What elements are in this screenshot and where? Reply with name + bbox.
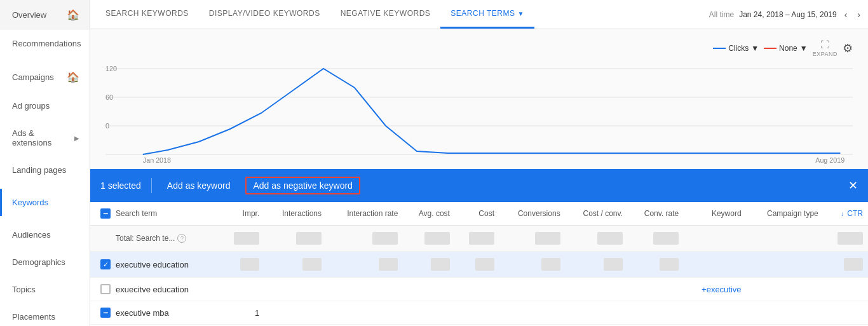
total-help-icon[interactable]: ? — [177, 234, 186, 243]
r1-costconv-block — [604, 258, 623, 271]
total-conv-block — [535, 232, 560, 245]
col-search-term: Search term — [90, 202, 220, 226]
row2-interaction-rate — [327, 278, 403, 301]
clicks-label: Clicks — [728, 44, 749, 53]
col-ctr[interactable]: ↓ CTR — [824, 202, 868, 226]
total-label-text: Total: Search te... — [116, 234, 175, 243]
sidebar-item-ads-extensions[interactable]: Ads & extensions ▶ — [0, 119, 90, 156]
col-campaign-type: Campaign type — [747, 202, 824, 226]
row1-interactions — [264, 252, 327, 278]
row2-avg-cost — [403, 278, 455, 301]
tab-negative-keywords[interactable]: NEGATIVE KEYWORDS — [330, 0, 441, 29]
campaigns-label: Campaigns — [12, 72, 54, 82]
tab-bar-right: All time Jan 24, 2018 – Aug 15, 2019 ‹ › — [709, 7, 863, 22]
tab-display-video[interactable]: DISPLAY/VIDEO KEYWORDS — [199, 0, 330, 29]
row1-conv-rate — [628, 252, 684, 278]
col-conversions: Conversions — [499, 202, 566, 226]
chart-svg-wrap: 120 60 0 Jan 2018 Aug 2019 — [105, 62, 853, 164]
row2-conv-rate — [628, 278, 684, 301]
sidebar-item-placements[interactable]: Placements — [0, 303, 90, 326]
row3-conversions — [499, 301, 566, 325]
selection-count: 1 selected — [100, 180, 141, 191]
row2-keyword: +executive — [684, 278, 746, 301]
col-interactions: Interactions — [264, 202, 327, 226]
r1-conv-block — [541, 258, 560, 271]
row3-impr: 1 — [220, 301, 264, 325]
landing-pages-label: Landing pages — [12, 165, 66, 175]
date-range-value: Jan 24, 2018 – Aug 15, 2019 — [739, 10, 836, 19]
row3-campaign-type — [747, 301, 824, 325]
col-impr: Impr. — [220, 202, 264, 226]
row2-campaign-type — [747, 278, 824, 301]
add-keyword-button[interactable]: Add as keyword — [162, 178, 236, 193]
sidebar-item-overview[interactable]: Overview 🏠 — [0, 0, 90, 30]
total-interactions-block — [296, 232, 322, 245]
none-legend[interactable]: None ▼ — [764, 44, 808, 53]
row3-keyword — [684, 301, 746, 325]
expand-button[interactable]: ⛶ EXPAND — [813, 39, 837, 57]
selection-close-button[interactable]: ✕ — [848, 179, 858, 193]
total-impr-block — [234, 232, 259, 245]
table-body: Total: Search te... ? — [90, 226, 868, 325]
row3-cost-conv — [566, 301, 628, 325]
col-conv-rate: Conv. rate — [628, 202, 684, 226]
svg-text:Jan 2018: Jan 2018 — [143, 156, 171, 164]
row1-interaction-rate — [327, 252, 403, 278]
filter-button[interactable]: ⚙ — [843, 41, 853, 55]
table-row: exuecitve education +executive — [90, 278, 868, 301]
total-conv-rate-block — [653, 232, 679, 245]
header-checkbox[interactable] — [100, 208, 111, 219]
keywords-label: Keywords — [12, 198, 48, 207]
total-cost-conv — [566, 226, 628, 252]
table-row: executive mba 1 — [90, 301, 868, 325]
row2-term: exuecitve education — [116, 285, 189, 294]
tab-search-terms-label: SEARCH TERMS — [451, 9, 515, 18]
row2-interactions — [264, 278, 327, 301]
total-int-rate-block — [372, 232, 398, 245]
total-row: Total: Search te... ? — [90, 226, 868, 252]
clicks-line-blue — [713, 48, 726, 49]
sidebar-item-ad-groups[interactable]: Ad groups — [0, 92, 90, 119]
row3-avg-cost — [403, 301, 455, 325]
row2-cost-conv — [566, 278, 628, 301]
tab-search-keywords[interactable]: SEARCH KEYWORDS — [95, 0, 199, 29]
row1-term: executive education — [116, 260, 189, 269]
data-table: Search term Impr. Interactions Interacti… — [90, 202, 868, 325]
sidebar-item-campaigns[interactable]: Campaigns 🏠 — [0, 62, 90, 92]
tab-display-video-label: DISPLAY/VIDEO KEYWORDS — [209, 9, 320, 18]
ads-extensions-label: Ads & extensions — [12, 128, 69, 147]
demographics-label: Demographics — [12, 257, 65, 267]
row2-term-cell: exuecitve education — [90, 278, 220, 301]
row2-checkbox[interactable] — [100, 284, 111, 294]
clicks-legend[interactable]: Clicks ▼ — [713, 44, 759, 53]
date-prev-arrow[interactable]: ‹ — [842, 7, 850, 22]
date-next-arrow[interactable]: › — [855, 7, 863, 22]
sort-arrow-icon: ↓ — [841, 210, 844, 217]
sidebar-item-recommendations[interactable]: Recommendations — [0, 30, 90, 57]
col-cost-conv: Cost / conv. — [566, 202, 628, 226]
total-interaction-rate — [327, 226, 403, 252]
tab-bar-left: SEARCH KEYWORDS DISPLAY/VIDEO KEYWORDS N… — [95, 0, 534, 29]
row1-ctr — [824, 252, 868, 278]
home-icon: 🏠 — [67, 9, 79, 21]
col-interaction-rate: Interaction rate — [327, 202, 403, 226]
sidebar-item-audiences[interactable]: Audiences — [0, 221, 90, 248]
row1-impr — [220, 252, 264, 278]
tab-negative-keywords-label: NEGATIVE KEYWORDS — [341, 9, 431, 18]
row3-term: executive mba — [116, 308, 169, 318]
tab-search-keywords-label: SEARCH KEYWORDS — [105, 9, 189, 18]
add-negative-keyword-button[interactable]: Add as negative keyword — [245, 177, 360, 194]
r1-impr-block — [240, 258, 259, 271]
sidebar-item-keywords[interactable]: Keywords — [0, 189, 90, 216]
r1-convrate-block — [660, 258, 679, 271]
total-conversions — [499, 226, 566, 252]
row2-keyword-link[interactable]: +executive — [702, 285, 742, 294]
sidebar-item-demographics[interactable]: Demographics — [0, 248, 90, 276]
sidebar-item-landing-pages[interactable]: Landing pages — [0, 156, 90, 184]
total-ctr — [824, 226, 868, 252]
row3-checkbox[interactable] — [100, 308, 111, 318]
date-range-prefix: All time — [709, 10, 734, 19]
sidebar-item-topics[interactable]: Topics — [0, 276, 90, 303]
tab-search-terms[interactable]: SEARCH TERMS ▼ — [440, 0, 534, 29]
row1-checkbox[interactable] — [100, 259, 111, 269]
